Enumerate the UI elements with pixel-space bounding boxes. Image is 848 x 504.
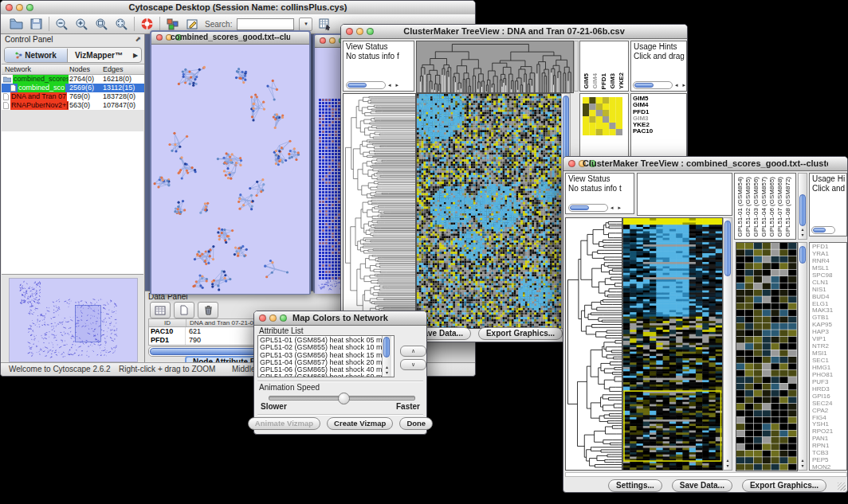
close-icon[interactable]: [156, 34, 163, 41]
column-label[interactable]: GPL51-04 (GSM857): [760, 177, 768, 237]
dialog-button[interactable]: Done: [399, 417, 433, 430]
slider-thumb[interactable]: [338, 393, 350, 404]
tv1-row-dendrogram[interactable]: [343, 93, 416, 329]
treeview-button[interactable]: Export Graphics...: [742, 479, 826, 492]
scroll-up-icon[interactable]: ▴: [801, 227, 803, 232]
net1-titlebar[interactable]: combined_scores_good.txt--cluste...: [151, 32, 309, 45]
zoom-in-icon[interactable]: [74, 17, 89, 31]
tv2-genes-scrollbar[interactable]: ▴ ▾: [798, 242, 807, 471]
zoom-fit-icon[interactable]: [114, 17, 129, 31]
column-label[interactable]: GIM3: [609, 73, 616, 89]
row-label[interactable]: PAC10: [633, 128, 686, 135]
scroll-arrows-icon[interactable]: ◂ ▸: [610, 205, 622, 211]
column-label[interactable]: GPL51-06 (GSM865): [768, 177, 775, 237]
open-file-icon[interactable]: [9, 17, 24, 31]
gene-label[interactable]: MON2: [812, 464, 846, 471]
treeview-button[interactable]: Settings...: [608, 479, 662, 492]
dialog-button[interactable]: Animate Vizmap: [248, 417, 320, 430]
import-table-icon[interactable]: [317, 17, 332, 31]
column-label[interactable]: GIM4: [591, 73, 599, 89]
network-overview-thumbnail[interactable]: [9, 278, 138, 362]
attribute-list[interactable]: GPL51-01 (GSM854) heat shock 05 minGPL51…: [257, 335, 395, 377]
delete-attribute-icon[interactable]: [198, 302, 218, 318]
close-icon[interactable]: [346, 28, 353, 35]
close-icon[interactable]: [320, 37, 326, 44]
close-icon[interactable]: [6, 4, 13, 11]
tv1-titlebar[interactable]: ClusterMaker TreeView : DNA and Tran 07-…: [341, 25, 687, 39]
close-icon[interactable]: [259, 315, 266, 322]
column-label[interactable]: GPL51-02 (GSM855): [744, 177, 752, 237]
dialog-button[interactable]: Create Vizmap: [327, 417, 393, 430]
network-table-row[interactable]: RNAPuberNov2+| 563(0) 107847(0): [2, 101, 144, 110]
scroll-down-icon[interactable]: ▾: [801, 463, 803, 468]
network-canvas[interactable]: [151, 45, 309, 294]
column-label[interactable]: GIM5: [583, 73, 590, 89]
column-label[interactable]: PFD1: [600, 73, 607, 89]
network-table-row[interactable]: combined_sco 2569(6) 13112(15): [2, 84, 144, 92]
tv2-column-tree-area[interactable]: [637, 173, 732, 216]
tv1-yellow-matrix[interactable]: [583, 97, 622, 135]
move-down-button[interactable]: ∨: [400, 359, 426, 370]
scroll-down-icon[interactable]: ▾: [801, 232, 803, 237]
network-table-row[interactable]: combined_scores 2764(0) 16218(0): [2, 75, 144, 84]
scroll-down-icon[interactable]: ▾: [386, 370, 388, 375]
close-icon[interactable]: [568, 160, 575, 167]
tab-network[interactable]: Network: [5, 49, 68, 62]
attribute-list-scrollbar[interactable]: ▴ ▾: [382, 336, 391, 377]
tv2-zoom-heatmap[interactable]: [736, 242, 798, 471]
usage-hints-scrollbar[interactable]: [811, 226, 835, 234]
treeview-button[interactable]: Export Graphics...: [478, 327, 563, 340]
view-status-scrollbar[interactable]: ◂ ▸: [568, 204, 622, 212]
search-input[interactable]: [237, 18, 294, 30]
tv2-h-scrollbar[interactable]: [565, 472, 847, 477]
zoom-out-icon[interactable]: [54, 17, 69, 31]
column-label[interactable]: PAC10: [626, 69, 629, 89]
network-table-row[interactable]: DNA and Tran 07 769(0) 183728(0): [2, 92, 144, 101]
tv1-column-dendrogram[interactable]: [416, 41, 574, 93]
treeview-button[interactable]: Save Data...: [672, 479, 732, 492]
column-label[interactable]: GPL51-01 (GSM854): [736, 177, 744, 237]
tv2-heatmap-v-scrollbar[interactable]: ▴ ▾: [723, 217, 732, 471]
float-panel-icon[interactable]: ⬈: [135, 35, 141, 43]
column-label[interactable]: GPL51-08 (GSM872): [784, 177, 791, 237]
id-column-header[interactable]: ID: [149, 319, 186, 326]
main-titlebar[interactable]: Cytoscape Desktop (Session Name: collins…: [1, 1, 475, 15]
move-up-button[interactable]: ∧: [400, 346, 426, 357]
scroll-down-icon[interactable]: ▾: [726, 463, 728, 468]
column-label[interactable]: YKE2: [618, 72, 625, 89]
animation-speed-slider[interactable]: [269, 396, 415, 400]
tv1-heatmap[interactable]: [416, 93, 562, 329]
view-status-title: View Status: [566, 174, 634, 183]
scroll-arrows-icon[interactable]: ◂ ▸: [675, 82, 687, 88]
faster-label: Faster: [396, 402, 420, 411]
network-nodes-count: 563(0): [69, 101, 90, 110]
scroll-up-icon[interactable]: ▴: [386, 365, 388, 369]
search-dropdown-icon[interactable]: ▾: [299, 18, 312, 31]
dialog-titlebar[interactable]: Map Colors to Network: [254, 311, 426, 326]
zoom-selected-icon[interactable]: [94, 17, 109, 31]
tab-vizmapper[interactable]: VizMapper™: [68, 49, 130, 62]
attribute-list-item[interactable]: GPL51-07 (GSM868) heat shock 60 min: [260, 373, 383, 377]
tv1-splitter[interactable]: [574, 41, 579, 92]
new-attribute-icon[interactable]: [174, 302, 194, 318]
usage-hints-scrollbar[interactable]: ◂ ▸: [633, 81, 687, 89]
attribute-select-icon[interactable]: [150, 302, 171, 318]
scroll-up-icon[interactable]: ▴: [726, 458, 728, 463]
resize-grip[interactable]: [838, 483, 846, 490]
vizmapper-icon[interactable]: [165, 17, 180, 31]
tab-overflow-arrow[interactable]: ▶: [130, 52, 141, 59]
tv2-row-dendrogram[interactable]: [565, 217, 622, 471]
scroll-arrows-icon[interactable]: ◂ ▸: [388, 82, 400, 88]
view-status-scrollbar[interactable]: ◂ ▸: [346, 81, 400, 89]
tv2-heatmap[interactable]: [622, 217, 723, 471]
scroll-up-icon[interactable]: ▴: [801, 458, 803, 463]
network-table-header[interactable]: Network Nodes Edges: [2, 64, 144, 75]
column-label[interactable]: GPL51-07 (GSM868): [776, 177, 783, 237]
column-label[interactable]: GPL51-03 (GSM856): [752, 177, 760, 237]
save-icon[interactable]: [29, 17, 44, 31]
annotation-icon[interactable]: [185, 17, 200, 31]
minimize-icon[interactable]: [329, 37, 336, 44]
tv2-titlebar[interactable]: ClusterMaker TreeView : combined_scores_…: [563, 157, 847, 171]
tv2-collabel-scrollbar[interactable]: ▴ ▾: [798, 173, 807, 240]
help-lifering-icon[interactable]: [139, 17, 155, 31]
